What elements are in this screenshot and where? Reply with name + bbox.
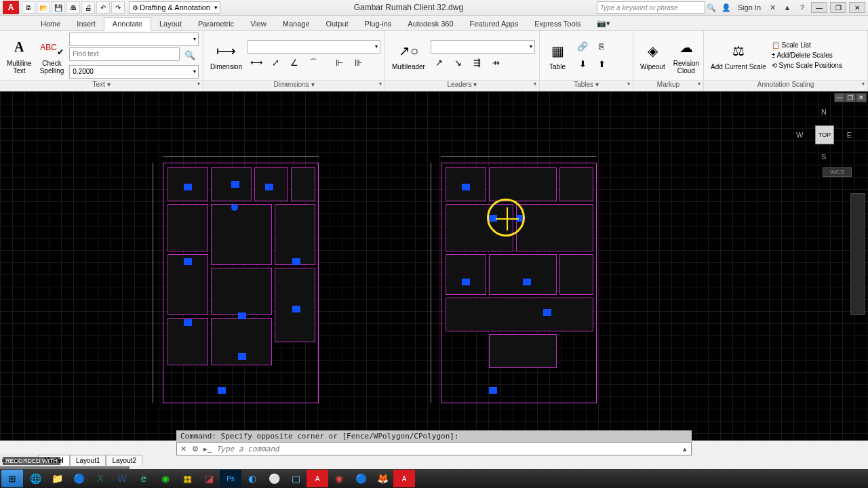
tb-app2-icon[interactable]: ◪ [198, 470, 220, 487]
dim-arc-icon[interactable]: ⌒ [304, 55, 322, 71]
wipeout-button[interactable]: ◈ Wipeout [637, 39, 668, 72]
viewcube-west[interactable]: W [796, 131, 803, 139]
multiline-text-button[interactable]: A Multiline Text [4, 35, 35, 76]
tb-explorer-icon[interactable]: 📁 [46, 470, 68, 487]
table-link-icon[interactable]: 🔗 [574, 39, 591, 55]
tb-ps-icon[interactable]: Ps [220, 470, 241, 487]
panel-tables-title[interactable]: Tables ▾ [540, 80, 633, 91]
table-download-icon[interactable]: ⬇ [574, 56, 591, 73]
viewcube-top-face[interactable]: TOP [815, 125, 834, 144]
tab-autodesk360[interactable]: Autodesk 360 [399, 18, 461, 30]
save-icon[interactable]: 💾 [52, 1, 65, 14]
navigation-bar[interactable] [850, 193, 865, 315]
tb-edge-icon[interactable]: e [133, 470, 155, 487]
stayconnected-icon[interactable]: ▲ [781, 2, 793, 13]
add-current-scale-button[interactable]: ⚖ Add Current Scale [708, 39, 769, 72]
table-button[interactable]: ▦ Table [544, 39, 571, 72]
plot-icon[interactable]: 🖨 [81, 1, 95, 14]
app-logo[interactable]: A [3, 1, 19, 14]
exchange-icon[interactable]: ✕ [766, 2, 778, 13]
tb-ie-icon[interactable]: 🌐 [24, 470, 46, 487]
panel-text-title[interactable]: Text ▾ [0, 80, 203, 91]
tab-output[interactable]: Output [318, 18, 357, 30]
sync-scale-link[interactable]: ⟲ Sync Scale Positions [772, 62, 842, 69]
dim-style-dropdown[interactable] [248, 40, 380, 54]
add-delete-scales-link[interactable]: ± Add/Delete Scales [772, 52, 842, 59]
table-extract-icon[interactable]: ⎘ [593, 39, 610, 55]
cmd-history-icon[interactable]: ▴ [679, 443, 691, 455]
tb-app4-icon[interactable]: ⚪ [263, 470, 285, 487]
text-height-dropdown[interactable]: 0.2000 [69, 65, 199, 79]
cmd-options-icon[interactable]: ⚙ [189, 443, 201, 455]
drawing-area[interactable]: — ❐ ✕ [0, 92, 868, 441]
tb-autocad2-icon[interactable]: A [393, 470, 415, 487]
check-spelling-button[interactable]: ABC✔ Check Spelling [37, 35, 67, 76]
scale-list-link[interactable]: 📋 Scale List [772, 41, 842, 49]
dim-baseline-icon[interactable]: ⊪ [349, 55, 367, 71]
redo-icon[interactable]: ↷ [111, 1, 125, 14]
tab-manage[interactable]: Manage [275, 18, 318, 30]
leader-style-dropdown[interactable] [431, 40, 535, 54]
text-style-dropdown[interactable] [69, 33, 199, 46]
minimize-button[interactable]: — [811, 2, 827, 13]
doc-close-button[interactable]: ✕ [856, 93, 867, 102]
tb-word-icon[interactable]: W [111, 470, 133, 487]
dimension-button[interactable]: ⟼ Dimension [208, 39, 245, 72]
workspace-dropdown[interactable]: ⚙ Drafting & Annotation [129, 1, 220, 14]
tab-view[interactable]: View [242, 18, 275, 30]
tb-chrome-icon[interactable]: 🔵 [350, 470, 372, 487]
tab-insert[interactable]: Insert [68, 18, 104, 30]
panel-dimensions-title[interactable]: Dimensions ▾ [203, 80, 384, 91]
tab-parametric[interactable]: Parametric [190, 18, 242, 30]
viewcube-east[interactable]: E [847, 131, 852, 139]
command-input[interactable] [214, 445, 679, 453]
leader-remove-icon[interactable]: ↘ [450, 55, 467, 71]
dim-angular-icon[interactable]: ∠ [285, 55, 303, 71]
help-icon[interactable]: ? [796, 2, 808, 13]
dim-aligned-icon[interactable]: ⤢ [267, 55, 284, 71]
leader-add-icon[interactable]: ↗ [431, 55, 448, 71]
tb-line-icon[interactable]: ◉ [155, 470, 176, 487]
find-icon[interactable]: 🔍 [181, 47, 199, 64]
wcs-dropdown[interactable]: WCS [823, 167, 852, 177]
tab-home[interactable]: Home [33, 18, 68, 30]
tb-app6-icon[interactable]: ◉ [328, 470, 350, 487]
tab-layout[interactable]: Layout [151, 18, 190, 30]
dim-continue-icon[interactable]: ⊩ [330, 55, 348, 71]
table-upload-icon[interactable]: ⬆ [593, 56, 610, 73]
tab-expresstools[interactable]: Express Tools [526, 18, 589, 30]
leader-collect-icon[interactable]: ⇸ [488, 55, 505, 71]
viewcube-south[interactable]: S [821, 152, 826, 161]
layout-tab-layout2[interactable]: Layout2 [106, 455, 142, 466]
panel-leaders-title[interactable]: Leaders ▾ [385, 80, 539, 91]
doc-minimize-button[interactable]: — [834, 93, 845, 102]
tab-featuredapps[interactable]: Featured Apps [462, 18, 527, 30]
help-search-input[interactable]: Type a keyword or phrase [597, 1, 705, 14]
tb-autocad-icon[interactable]: A [307, 470, 328, 487]
tb-app5-icon[interactable]: ▢ [285, 470, 307, 487]
new-icon[interactable]: 🗎 [22, 1, 35, 14]
tab-annotate[interactable]: Annotate [104, 17, 151, 30]
viewcube-north[interactable]: N [821, 108, 827, 116]
search-icon[interactable]: 🔍 [705, 2, 717, 13]
tb-app3-icon[interactable]: ◐ [241, 470, 263, 487]
sign-in-link[interactable]: Sign In [735, 3, 764, 12]
saveas-icon[interactable]: 🖶 [66, 1, 80, 14]
tab-overflow[interactable]: 📷▾ [589, 17, 618, 30]
close-button[interactable]: ✕ [849, 2, 865, 13]
multileader-button[interactable]: ↗○ Multileader [389, 39, 428, 72]
tb-sticky-icon[interactable]: ▦ [176, 470, 198, 487]
layout-tab-layout1[interactable]: Layout1 [70, 455, 106, 466]
dim-linear-icon[interactable]: ⟷ [248, 55, 265, 71]
restore-button[interactable]: ❐ [830, 2, 846, 13]
tb-firefox-icon[interactable]: 🦊 [372, 470, 393, 487]
cmd-close-icon[interactable]: ✕ [177, 443, 189, 455]
user-icon[interactable]: 👤 [720, 2, 732, 13]
leader-align-icon[interactable]: ⇶ [469, 55, 486, 71]
viewcube[interactable]: N S E W TOP [793, 104, 854, 165]
undo-icon[interactable]: ↶ [96, 1, 110, 14]
open-icon[interactable]: 📂 [37, 1, 50, 14]
doc-restore-button[interactable]: ❐ [845, 93, 856, 102]
tb-excel-icon[interactable]: X [90, 470, 111, 487]
tb-app-icon[interactable]: 🔵 [68, 470, 90, 487]
